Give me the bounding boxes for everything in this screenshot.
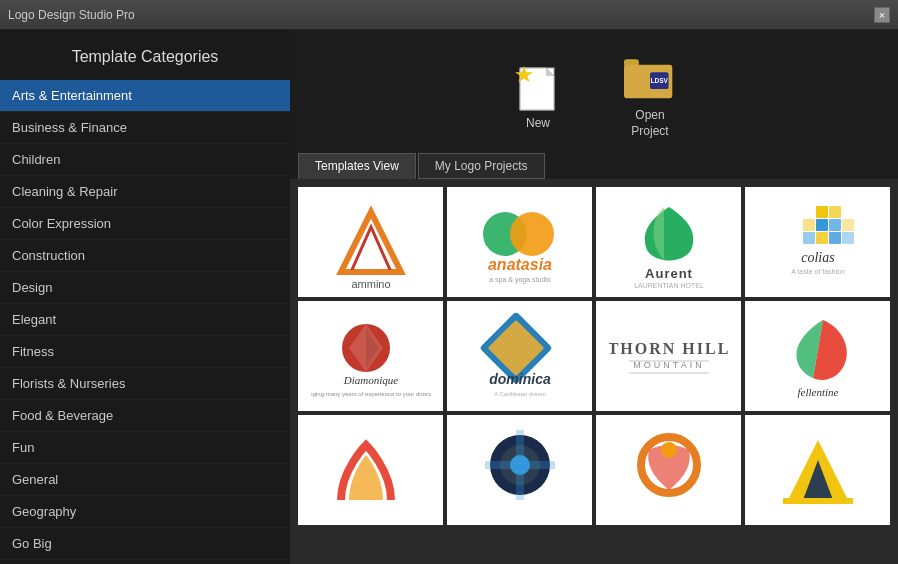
template-cell-diamonique[interactable]: Diamonique bringing many years of experi… <box>298 301 443 411</box>
top-actions: New LDSV OpenProject <box>290 30 898 149</box>
category-item-color[interactable]: Color Expression <box>0 208 290 240</box>
tabs-bar: Templates ViewMy Logo Projects <box>290 149 898 179</box>
template-cell-logo11[interactable] <box>596 415 741 525</box>
tab-templates[interactable]: Templates View <box>298 153 416 179</box>
svg-text:A taste of fashion: A taste of fashion <box>791 268 845 275</box>
open-icon: LDSV <box>624 50 676 102</box>
left-panel: Template Categories Arts & Entertainment… <box>0 30 290 564</box>
svg-rect-27 <box>842 232 854 244</box>
category-item-cleaning[interactable]: Cleaning & Repair <box>0 176 290 208</box>
category-item-children[interactable]: Children <box>0 144 290 176</box>
category-item-arts[interactable]: Arts & Entertainment <box>0 80 290 112</box>
category-list-wrapper: Arts & EntertainmentBusiness & FinanceCh… <box>0 80 290 564</box>
templates-grid: ammino anatasia a spa & yoga studio Aure… <box>298 187 890 525</box>
panel-title: Template Categories <box>0 30 290 80</box>
svg-text:A Caribbean dream: A Caribbean dream <box>494 391 546 397</box>
template-cell-dominica[interactable]: dominica A Caribbean dream <box>447 301 592 411</box>
svg-rect-20 <box>816 219 828 231</box>
svg-rect-46 <box>485 461 555 469</box>
svg-text:anatasia: anatasia <box>487 256 551 273</box>
category-item-fitness[interactable]: Fitness <box>0 336 290 368</box>
svg-text:Aurent: Aurent <box>645 266 693 281</box>
template-cell-aurent[interactable]: Aurent LAURENTIAN HOTEL <box>596 187 741 297</box>
template-cell-fellentine[interactable]: fellentine <box>745 301 890 411</box>
category-item-fun[interactable]: Fun <box>0 432 290 464</box>
category-list: Arts & EntertainmentBusiness & FinanceCh… <box>0 80 290 564</box>
window-title: Logo Design Studio Pro <box>8 8 135 22</box>
svg-text:colias: colias <box>801 250 835 265</box>
svg-point-48 <box>661 442 677 458</box>
svg-text:THORN HILL: THORN HILL <box>609 340 729 357</box>
svg-text:LAURENTIAN HOTEL: LAURENTIAN HOTEL <box>634 282 704 289</box>
category-item-florists[interactable]: Florists & Nurseries <box>0 368 290 400</box>
svg-rect-25 <box>829 232 841 244</box>
category-item-elegant[interactable]: Elegant <box>0 304 290 336</box>
templates-area[interactable]: ammino anatasia a spa & yoga studio Aure… <box>290 179 898 564</box>
svg-marker-8 <box>341 212 401 272</box>
svg-text:bringing many years of experie: bringing many years of experience to you… <box>311 391 431 397</box>
category-item-general[interactable]: General <box>0 464 290 496</box>
template-cell-thornhill[interactable]: THORN HILL MOUNTAIN <box>596 301 741 411</box>
svg-rect-51 <box>783 498 853 504</box>
category-item-gobig[interactable]: Go Big <box>0 528 290 560</box>
svg-rect-23 <box>803 232 815 244</box>
open-action[interactable]: LDSV OpenProject <box>624 50 676 139</box>
category-item-health[interactable]: Health & Beauty <box>0 560 290 564</box>
svg-rect-18 <box>816 206 828 218</box>
category-item-business[interactable]: Business & Finance <box>0 112 290 144</box>
title-bar: Logo Design Studio Pro × <box>0 0 898 30</box>
svg-rect-34 <box>487 320 544 377</box>
svg-text:a spa & yoga studio: a spa & yoga studio <box>489 276 551 284</box>
svg-rect-24 <box>816 232 828 244</box>
svg-text:Diamonique: Diamonique <box>342 374 398 386</box>
svg-text:fellentine: fellentine <box>797 386 838 398</box>
svg-text:ammino: ammino <box>351 278 390 290</box>
template-cell-ammino[interactable]: ammino <box>298 187 443 297</box>
template-cell-logo9[interactable] <box>298 415 443 525</box>
category-item-geography[interactable]: Geography <box>0 496 290 528</box>
category-item-construction[interactable]: Construction <box>0 240 290 272</box>
template-cell-colias[interactable]: colias A taste of fashion <box>745 187 890 297</box>
main-container: Template Categories Arts & Entertainment… <box>0 30 898 564</box>
close-button[interactable]: × <box>874 7 890 23</box>
new-label: New <box>526 116 550 132</box>
svg-point-13 <box>510 212 554 256</box>
open-label: OpenProject <box>631 108 668 139</box>
svg-rect-26 <box>842 219 854 231</box>
category-item-design[interactable]: Design <box>0 272 290 304</box>
svg-text:MOUNTAIN: MOUNTAIN <box>633 360 704 370</box>
new-action[interactable]: New <box>512 58 564 132</box>
template-cell-logo12[interactable] <box>745 415 890 525</box>
template-cell-anatasia[interactable]: anatasia a spa & yoga studio <box>447 187 592 297</box>
right-panel: New LDSV OpenProject Templat <box>290 30 898 564</box>
svg-text:dominica: dominica <box>489 371 551 387</box>
svg-rect-21 <box>829 219 841 231</box>
svg-rect-19 <box>829 206 841 218</box>
svg-text:LDSV: LDSV <box>651 77 669 84</box>
new-icon <box>512 58 564 110</box>
svg-rect-22 <box>803 219 815 231</box>
category-item-food[interactable]: Food & Beverage <box>0 400 290 432</box>
tab-mylogos[interactable]: My Logo Projects <box>418 153 545 179</box>
template-cell-logo10[interactable] <box>447 415 592 525</box>
